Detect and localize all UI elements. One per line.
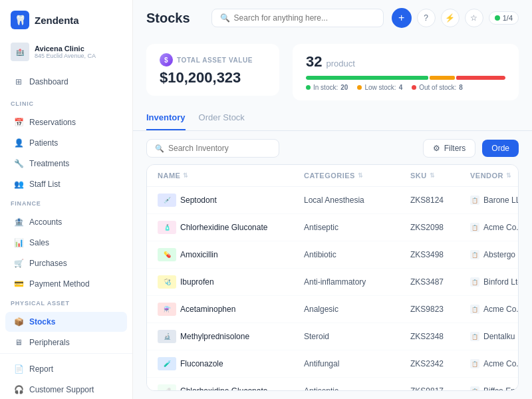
cell-category: Anti-inflammatory <box>304 277 410 287</box>
activity-button[interactable]: ⚡ <box>441 9 460 27</box>
cell-name: 🧪 Fluconazole <box>158 357 304 370</box>
cell-category: Antifungal <box>304 359 410 368</box>
cell-name: ⚗️ Acetaminophen <box>158 303 304 316</box>
product-thumb: 💉 <box>158 194 176 207</box>
cell-sku: ZKS2348 <box>410 332 470 341</box>
order-button[interactable]: Orde <box>482 140 519 157</box>
table-row[interactable]: 💊 Amoxicillin Antibiotic ZKS3498 📋 Abste… <box>147 241 518 269</box>
sidebar-item-label: Dashboard <box>29 77 68 86</box>
product-thumb: 🧴 <box>158 221 176 234</box>
sidebar-item-report[interactable]: 📄 Report <box>5 359 127 379</box>
page-title: Stocks <box>146 11 190 26</box>
sidebar-item-staff[interactable]: 👥 Staff List <box>5 174 127 194</box>
cell-vendor: 📋 Abstergo Lt... <box>470 250 519 259</box>
global-search-bar[interactable]: 🔍 <box>211 9 384 27</box>
clinic-avatar: 🏥 <box>11 43 29 61</box>
stocks-icon: 📦 <box>13 317 24 327</box>
product-thumb: 🔬 <box>158 330 176 343</box>
cell-name: 🩺 Ibuprofen <box>158 275 304 289</box>
sidebar-item-accounts[interactable]: 🏦 Accounts <box>5 212 127 232</box>
sort-vendor-icon[interactable]: ⇅ <box>506 172 512 179</box>
sidebar-item-reservations[interactable]: 📅 Reservations <box>5 112 127 132</box>
product-count: 32 <box>306 53 322 70</box>
sidebar-item-treatments[interactable]: 🔧 Treatments <box>5 154 127 174</box>
add-button[interactable]: + <box>392 8 412 28</box>
table-row[interactable]: 🧪 Fluconazole Antifungal ZKS2342 📋 Acme … <box>147 350 518 378</box>
clinic-section-label: CLINIC <box>11 100 122 107</box>
vendor-icon: 📋 <box>470 277 479 287</box>
cell-category: Analgesic <box>304 305 410 314</box>
cell-vendor: 📋 Dentalku <box>470 332 519 341</box>
physical-section-label: PHYSICAL ASSET <box>11 300 122 307</box>
stats-row: $ TOTAL ASSET VALUE $10,200,323 32 produ… <box>133 36 532 106</box>
product-thumb: 🩺 <box>158 275 176 289</box>
out-stock-segment <box>456 76 505 80</box>
flag-dot <box>495 15 500 21</box>
table-row[interactable]: 🩹 Chlorhexidine Gluconate Antiseptic ZKS… <box>147 378 518 391</box>
tab-order-stock[interactable]: Order Stock <box>199 106 245 130</box>
sort-name-icon[interactable]: ⇅ <box>183 172 189 179</box>
star-button[interactable]: ☆ <box>465 9 483 27</box>
product-thumb: 🧪 <box>158 357 176 370</box>
table-row[interactable]: 🔬 Methylprednisolone Steroid ZKS2348 📋 D… <box>147 323 518 350</box>
patients-icon: 👤 <box>13 138 24 148</box>
product-name: Septodont <box>180 196 217 205</box>
report-icon: 📄 <box>13 364 24 374</box>
purchases-icon: 🛒 <box>13 258 24 269</box>
cell-sku: ZKS2098 <box>410 223 470 232</box>
inventory-search-bar[interactable]: 🔍 <box>146 139 279 158</box>
dashboard-icon: ⊞ <box>13 76 24 87</box>
product-name: Chlorhexidine Gluconate <box>180 223 267 232</box>
global-search-input[interactable] <box>234 13 375 23</box>
accounts-icon: 🏦 <box>13 217 24 227</box>
vendor-icon: 📋 <box>470 196 479 205</box>
product-name: Methylprednisolone <box>180 332 249 341</box>
main-content: Stocks 🔍 + ? ⚡ ☆ 1/4 $ TOTAL ASSET VALUE… <box>133 0 532 399</box>
cell-name: 💉 Septodont <box>158 194 304 207</box>
sidebar: 🦷 Zendenta 🏥 Avicena Clinic 845 Euclid A… <box>0 0 133 399</box>
inventory-search-input[interactable] <box>168 144 271 153</box>
sidebar-item-sales[interactable]: 📊 Sales <box>5 233 127 253</box>
legend-low-stock: Low stock: 4 <box>357 84 402 91</box>
filter-icon: ⚙ <box>433 144 440 153</box>
cell-name: 🩹 Chlorhexidine Gluconate <box>158 384 304 391</box>
flag-badge[interactable]: 1/4 <box>489 11 519 25</box>
product-name: Chlorhexidine Gluconate <box>180 386 267 391</box>
cell-vendor: 📋 Acme Co. <box>470 223 519 232</box>
sidebar-item-support[interactable]: 🎧 Customer Support <box>5 380 127 399</box>
sidebar-item-peripherals[interactable]: 🖥 Peripherals <box>5 332 127 352</box>
flag-label: 1/4 <box>503 14 513 22</box>
clinic-address: 845 Euclid Avenue, CA <box>35 53 96 59</box>
tab-inventory[interactable]: Inventory <box>146 106 186 130</box>
table-row[interactable]: ⚗️ Acetaminophen Analgesic ZKS9823 📋 Acm… <box>147 296 518 323</box>
sidebar-item-payment[interactable]: 💳 Payment Method <box>5 274 127 294</box>
vendor-icon: 📋 <box>470 305 479 314</box>
table-row[interactable]: 🧴 Chlorhexidine Gluconate Antiseptic ZKS… <box>147 214 518 241</box>
sidebar-item-stocks[interactable]: 📦 Stocks <box>5 312 127 332</box>
cell-sku: ZKS9823 <box>410 305 470 314</box>
sort-sku-icon[interactable]: ⇅ <box>430 172 436 179</box>
clinic-info[interactable]: 🏥 Avicena Clinic 845 Euclid Avenue, CA <box>0 37 132 69</box>
cell-category: Local Anesthesia <box>304 196 410 205</box>
vendor-icon: 📋 <box>470 359 479 368</box>
cell-sku: ZKS2342 <box>410 359 470 368</box>
clinic-name: Avicena Clinic <box>35 45 96 53</box>
cell-name: 🧴 Chlorhexidine Gluconate <box>158 221 304 234</box>
sidebar-item-purchases[interactable]: 🛒 Purchases <box>5 253 127 273</box>
help-button[interactable]: ? <box>417 9 436 27</box>
product-name: Fluconazole <box>180 359 223 368</box>
col-categories: CATEGORIES ⇅ <box>304 172 410 180</box>
reservations-icon: 📅 <box>13 117 24 128</box>
filter-button[interactable]: ⚙ Filters <box>423 139 476 158</box>
asset-label-text: TOTAL ASSET VALUE <box>177 57 253 64</box>
table-row[interactable]: 💉 Septodont Local Anesthesia ZKS8124 📋 B… <box>147 187 518 214</box>
stock-legend: In stock: 20 Low stock: 4 Out of stock: … <box>306 84 505 91</box>
sort-cat-icon[interactable]: ⇅ <box>358 172 364 179</box>
sidebar-item-patients[interactable]: 👤 Patients <box>5 133 127 153</box>
table-row[interactable]: 🩺 Ibuprofen Anti-inflammatory ZKS3487 📋 … <box>147 269 518 296</box>
inventory-table: NAME ⇅ CATEGORIES ⇅ SKU ⇅ VENDOR ⇅ STOCK… <box>146 164 519 391</box>
product-name: Ibuprofen <box>180 277 214 287</box>
sidebar-item-dashboard[interactable]: ⊞ Dashboard <box>5 72 127 92</box>
cell-vendor: 📋 Acme Co. <box>470 305 519 314</box>
out-stock-dot <box>412 85 416 90</box>
